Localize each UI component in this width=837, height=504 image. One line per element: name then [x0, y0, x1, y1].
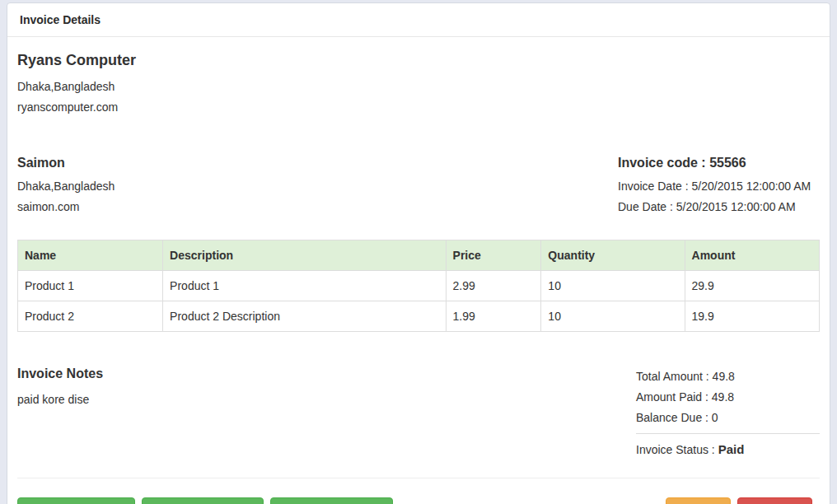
divider — [636, 433, 820, 434]
invoice-totals: Total Amount : 49.8 Amount Paid : 49.8 B… — [636, 366, 820, 460]
page-title: Invoice Details — [20, 13, 101, 26]
cell-amount: 19.9 — [685, 301, 819, 332]
invoice-notes-heading: Invoice Notes — [17, 366, 103, 381]
cell-description: Product 1 — [163, 271, 446, 301]
column-header-description: Description — [163, 240, 446, 271]
cell-quantity: 10 — [541, 271, 685, 301]
invoice-notes: Invoice Notes paid kore dise — [17, 366, 103, 460]
delete-button[interactable]: Delete — [737, 497, 812, 504]
column-header-quantity: Quantity — [541, 240, 685, 271]
panel-body: Ryans Computer Dhaka,Bangladesh ryanscom… — [7, 52, 830, 504]
panel-heading: Invoice Details — [7, 3, 830, 37]
edit-button[interactable]: Edit — [666, 497, 731, 504]
column-header-amount: Amount — [685, 240, 819, 271]
due-date: Due Date : 5/20/2015 12:00:00 AM — [618, 197, 820, 217]
download-buttons-group: Download PDF Download Word — [17, 497, 393, 504]
seller-name: Ryans Computer — [17, 52, 820, 69]
buyer-website: saimon.com — [17, 197, 115, 217]
invoice-date: Invoice Date : 5/20/2015 12:00:00 AM — [618, 176, 820, 197]
download-pdf-button[interactable]: Download PDF — [17, 497, 135, 504]
invoice-status-label: Invoice Status : — [636, 443, 715, 456]
seller-website: ryanscomputer.com — [17, 97, 820, 118]
balance-due: Balance Due : 0 — [636, 408, 820, 428]
status-badge: Paid — [718, 442, 745, 456]
download-word-button[interactable]: Download Word — [142, 497, 264, 504]
cell-name: Product 2 — [18, 301, 163, 332]
action-buttons-row: Download PDF Download Word — [17, 497, 820, 504]
download-excel-button[interactable]: Download Excel — [270, 497, 393, 504]
invoice-status: Invoice Status :Paid — [636, 438, 820, 460]
column-header-name: Name — [18, 240, 163, 271]
seller-info: Ryans Computer Dhaka,Bangladesh ryanscom… — [17, 52, 820, 118]
cell-description: Product 2 Description — [163, 301, 446, 332]
notes-and-totals-row: Invoice Notes paid kore dise Total Amoun… — [17, 366, 820, 460]
invoice-details-panel: Invoice Details Ryans Computer Dhaka,Ban… — [7, 2, 830, 504]
seller-location: Dhaka,Bangladesh — [17, 77, 820, 97]
table-row: Product 2 Product 2 Description 1.99 10 … — [18, 301, 820, 332]
buyer-and-meta-row: Saimon Dhaka,Bangladesh saimon.com Invoi… — [17, 156, 820, 217]
cell-price: 2.99 — [446, 271, 541, 301]
invoice-meta: Invoice code : 55566 Invoice Date : 5/20… — [618, 156, 820, 217]
divider — [17, 478, 820, 478]
table-row: Product 1 Product 1 2.99 10 29.9 — [18, 271, 820, 301]
table-header-row: Name Description Price Quantity Amount — [18, 240, 820, 271]
cell-amount: 29.9 — [685, 271, 819, 301]
invoice-code: Invoice code : 55566 — [618, 156, 820, 170]
total-amount: Total Amount : 49.8 — [636, 366, 820, 387]
buyer-info: Saimon Dhaka,Bangladesh saimon.com — [17, 156, 115, 217]
cell-quantity: 10 — [541, 301, 685, 332]
invoice-notes-text: paid kore dise — [17, 390, 103, 410]
buyer-name: Saimon — [17, 156, 115, 170]
invoice-items-table: Name Description Price Quantity Amount P… — [17, 240, 820, 332]
amount-paid: Amount Paid : 49.8 — [636, 387, 820, 408]
buyer-location: Dhaka,Bangladesh — [17, 176, 115, 197]
column-header-price: Price — [446, 240, 541, 271]
edit-delete-buttons-group: Edit Delete — [666, 497, 812, 504]
cell-name: Product 1 — [18, 271, 163, 301]
cell-price: 1.99 — [446, 301, 541, 332]
